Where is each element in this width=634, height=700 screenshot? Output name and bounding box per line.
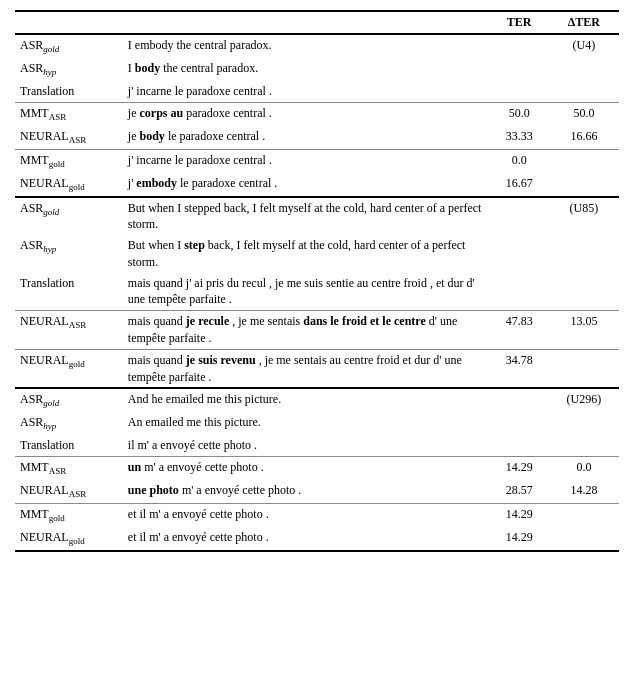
row-label: ASRgold [15, 388, 123, 412]
row-dter [549, 504, 619, 527]
row-dter [549, 173, 619, 197]
row-text: j' embody le paradoxe central . [123, 173, 490, 197]
row-ter: 34.78 [490, 349, 549, 388]
row-label: NEURALASR [15, 480, 123, 503]
row-label: NEURALgold [15, 173, 123, 197]
row-label: ASRhyp [15, 235, 123, 273]
table-row: ASRgoldAnd he emailed me this picture.(U… [15, 388, 619, 412]
row-dter: (U85) [549, 197, 619, 236]
row-label: Translation [15, 435, 123, 456]
table-row: ASRgoldBut when I stepped back, I felt m… [15, 197, 619, 236]
table-row: MMTASRje corps au paradoxe central .50.0… [15, 102, 619, 125]
table-row: ASRhypI body the central paradox. [15, 58, 619, 81]
row-text: il m' a envoyé cette photo . [123, 435, 490, 456]
row-label: NEURALASR [15, 311, 123, 350]
row-label: NEURALgold [15, 349, 123, 388]
row-ter: 50.0 [490, 102, 549, 125]
row-ter: 47.83 [490, 311, 549, 350]
row-text: j' incarne le paradoxe central . [123, 149, 490, 172]
row-label: ASRgold [15, 197, 123, 236]
row-text: je body le paradoxe central . [123, 126, 490, 149]
row-label: MMTgold [15, 149, 123, 172]
row-text: An emailed me this picture. [123, 412, 490, 435]
row-label: NEURALASR [15, 126, 123, 149]
table-row: NEURALgoldj' embody le paradoxe central … [15, 173, 619, 197]
row-ter [490, 81, 549, 102]
table-row: Translationj' incarne le paradoxe centra… [15, 81, 619, 102]
table-row: ASRhypBut when I step back, I felt mysel… [15, 235, 619, 273]
col-header-dter: ΔTER [549, 11, 619, 34]
table-header: TER ΔTER [15, 11, 619, 34]
row-ter: 14.29 [490, 504, 549, 527]
table-row: MMTgoldet il m' a envoyé cette photo .14… [15, 504, 619, 527]
row-ter [490, 273, 549, 311]
table-row: NEURALASRje body le paradoxe central .33… [15, 126, 619, 149]
row-text: mais quand je recule , je me sentais dan… [123, 311, 490, 350]
row-label: Translation [15, 273, 123, 311]
row-text: une photo m' a envoyé cette photo . [123, 480, 490, 503]
row-label: MMTASR [15, 457, 123, 480]
table-row: NEURALASRmais quand je recule , je me se… [15, 311, 619, 350]
row-dter: 16.66 [549, 126, 619, 149]
table-row: MMTgoldj' incarne le paradoxe central .0… [15, 149, 619, 172]
row-text: et il m' a envoyé cette photo . [123, 504, 490, 527]
row-dter: 50.0 [549, 102, 619, 125]
row-dter [549, 58, 619, 81]
row-dter [549, 273, 619, 311]
row-text: mais quand je suis revenu , je me sentai… [123, 349, 490, 388]
row-dter [549, 527, 619, 551]
row-label: Translation [15, 81, 123, 102]
row-ter: 28.57 [490, 480, 549, 503]
row-ter: 0.0 [490, 149, 549, 172]
row-dter [549, 412, 619, 435]
row-text: j' incarne le paradoxe central . [123, 81, 490, 102]
row-ter [490, 412, 549, 435]
col-header-text [123, 11, 490, 34]
row-text: mais quand j' ai pris du recul , je me s… [123, 273, 490, 311]
row-label: ASRgold [15, 34, 123, 58]
row-text: And he emailed me this picture. [123, 388, 490, 412]
row-label: MMTgold [15, 504, 123, 527]
row-ter: 14.29 [490, 457, 549, 480]
row-label: NEURALgold [15, 527, 123, 551]
row-dter [549, 149, 619, 172]
row-text: un m' a envoyé cette photo . [123, 457, 490, 480]
row-ter: 33.33 [490, 126, 549, 149]
row-text: je corps au paradoxe central . [123, 102, 490, 125]
row-ter [490, 58, 549, 81]
table-row: NEURALgoldet il m' a envoyé cette photo … [15, 527, 619, 551]
row-ter: 14.29 [490, 527, 549, 551]
row-dter: (U4) [549, 34, 619, 58]
row-ter [490, 435, 549, 456]
col-header-label [15, 11, 123, 34]
table-row: Translationil m' a envoyé cette photo . [15, 435, 619, 456]
row-ter: 16.67 [490, 173, 549, 197]
row-text: I embody the central paradox. [123, 34, 490, 58]
row-ter [490, 388, 549, 412]
row-text: But when I step back, I felt myself at t… [123, 235, 490, 273]
row-dter [549, 235, 619, 273]
row-dter: (U296) [549, 388, 619, 412]
row-dter: 0.0 [549, 457, 619, 480]
row-text: I body the central paradox. [123, 58, 490, 81]
row-ter [490, 34, 549, 58]
row-text: et il m' a envoyé cette photo . [123, 527, 490, 551]
row-dter [549, 81, 619, 102]
table-row: NEURALASRune photo m' a envoyé cette pho… [15, 480, 619, 503]
table-row: Translationmais quand j' ai pris du recu… [15, 273, 619, 311]
row-dter [549, 349, 619, 388]
row-dter: 13.05 [549, 311, 619, 350]
table-container: TER ΔTER ASRgoldI embody the central par… [0, 0, 634, 562]
row-ter [490, 235, 549, 273]
table-row: ASRhypAn emailed me this picture. [15, 412, 619, 435]
row-label: MMTASR [15, 102, 123, 125]
row-label: ASRhyp [15, 58, 123, 81]
row-label: ASRhyp [15, 412, 123, 435]
table-row: MMTASRun m' a envoyé cette photo .14.290… [15, 457, 619, 480]
row-text: But when I stepped back, I felt myself a… [123, 197, 490, 236]
row-dter: 14.28 [549, 480, 619, 503]
row-ter [490, 197, 549, 236]
col-header-ter: TER [490, 11, 549, 34]
table-row: NEURALgoldmais quand je suis revenu , je… [15, 349, 619, 388]
results-table: TER ΔTER ASRgoldI embody the central par… [15, 10, 619, 552]
